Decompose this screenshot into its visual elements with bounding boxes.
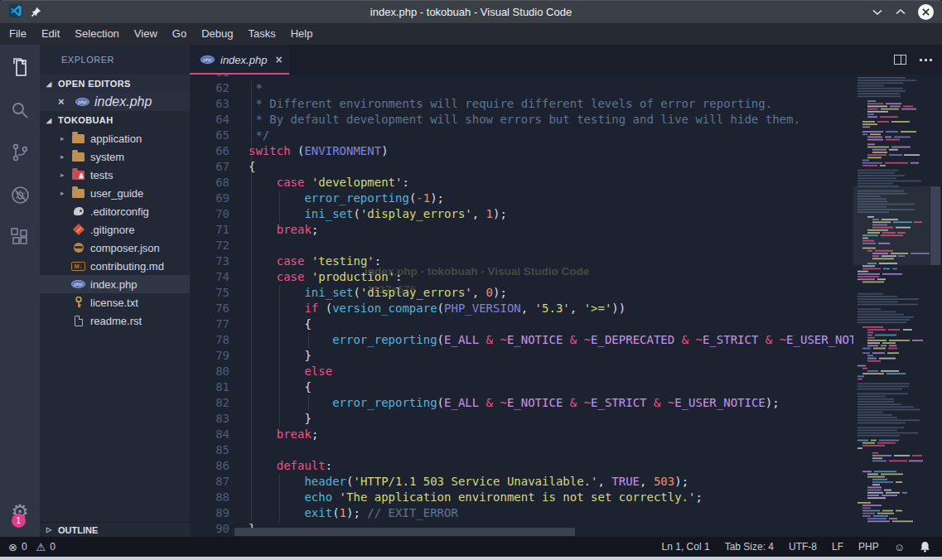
code-line-77[interactable]: 77 {	[190, 316, 853, 332]
eol-type[interactable]: LF	[832, 541, 843, 553]
indent-guide	[308, 395, 309, 412]
code-line-88[interactable]: 88 echo 'The application environment is …	[190, 490, 853, 505]
minimap[interactable]	[853, 75, 942, 537]
maximize-button[interactable]	[895, 8, 906, 16]
code-line-83[interactable]: 83 }	[190, 411, 853, 427]
code-line-89[interactable]: 89 exit(1); // EXIT_ERROR	[190, 505, 853, 521]
search-icon[interactable]	[0, 91, 40, 129]
indent-guide	[279, 285, 280, 427]
feedback-smiley-icon[interactable]: ☺	[894, 541, 905, 553]
extensions-icon[interactable]	[0, 218, 40, 256]
menu-item-selection[interactable]: Selection	[67, 23, 126, 45]
tab-close-icon[interactable]: ×	[275, 53, 282, 66]
explorer-icon[interactable]	[0, 49, 40, 87]
menu-item-help[interactable]: Help	[283, 23, 321, 45]
tree-item-contributing-md[interactable]: ▸M↓contributing.md	[40, 257, 190, 275]
tree-item-gitignore[interactable]: ▸.gitignore	[40, 220, 190, 239]
open-editors-header[interactable]: ◢ OPEN EDITORS	[40, 75, 190, 93]
line-number: 84	[190, 427, 249, 442]
tree-item-readme-rst[interactable]: ▸readme.rst	[40, 311, 190, 330]
code-text: case 'testing':	[249, 253, 381, 269]
code-line-81[interactable]: 81 {	[190, 379, 853, 395]
close-button[interactable]	[918, 4, 934, 20]
status-bar: ⊗ 0 ⚠ 0 Ln 1, Col 1 Tab Size: 4 UTF-8 LF…	[0, 537, 942, 557]
code-line-73[interactable]: 73 case 'testing':	[190, 253, 853, 269]
menu-item-go[interactable]: Go	[165, 23, 194, 45]
line-number: 81	[190, 379, 249, 395]
code-line-68[interactable]: 68 case 'development':	[190, 175, 853, 191]
tree-item-system[interactable]: ▸system	[40, 147, 190, 166]
line-number: 78	[190, 332, 249, 348]
outline-header[interactable]: ▷ OUTLINE	[40, 522, 190, 537]
minimap-viewport[interactable]	[853, 186, 930, 265]
code-line-63[interactable]: 63 * Different environments will require…	[190, 96, 853, 112]
code-line-80[interactable]: 80 else	[190, 364, 853, 379]
code-line-74[interactable]: 74 case 'production':	[190, 269, 853, 285]
menu-item-edit[interactable]: Edit	[34, 23, 67, 45]
tree-item-editorconfig[interactable]: ▸.editorconfig	[40, 202, 190, 220]
folder-icon	[71, 189, 85, 198]
encoding[interactable]: UTF-8	[789, 541, 817, 553]
line-number: 82	[190, 395, 249, 411]
tree-item-license-txt[interactable]: ▸license.txt	[40, 293, 190, 311]
split-editor-icon[interactable]	[894, 55, 906, 65]
notifications-bell-icon[interactable]	[920, 541, 930, 553]
language-mode[interactable]: PHP	[858, 541, 879, 553]
tab-label: index.php	[220, 54, 267, 66]
code-line-85[interactable]: 85	[190, 442, 853, 458]
more-actions-icon[interactable]	[920, 59, 932, 61]
tree-item-index-php[interactable]: ▸phpindex.php	[40, 275, 190, 293]
code-line-69[interactable]: 69 error_reporting(-1);	[190, 191, 853, 206]
errors-icon[interactable]: ⊗	[8, 541, 17, 553]
code-line-61[interactable]: 61 *	[190, 75, 853, 80]
code-line-76[interactable]: 76 if (version_compare(PHP_VERSION, '5.3…	[190, 301, 853, 316]
section-twistie-icon: ◢	[46, 80, 55, 88]
code-line-78[interactable]: 78 error_reporting(E_ALL & ~E_NOTICE & ~…	[190, 332, 853, 348]
code-line-72[interactable]: 72	[190, 238, 853, 253]
section-twistie-icon: ◢	[46, 117, 55, 124]
code-line-70[interactable]: 70 ini_set('display_errors', 1);	[190, 206, 853, 222]
settings-gear-icon[interactable]: ⚙ 1	[11, 502, 29, 522]
menu-item-debug[interactable]: Debug	[194, 23, 240, 45]
code-line-67[interactable]: 67{	[190, 159, 853, 175]
editor-group: php index.php × 61 *62 *63 * Different e…	[190, 45, 942, 537]
code-text: *	[249, 75, 263, 80]
warnings-icon[interactable]: ⚠	[36, 541, 46, 553]
source-control-icon[interactable]	[0, 133, 40, 171]
project-header[interactable]: ◢ TOKOBUAH	[40, 111, 190, 129]
minimize-button[interactable]	[872, 8, 883, 16]
code-line-66[interactable]: 66switch (ENVIRONMENT)	[190, 143, 853, 159]
code-line-62[interactable]: 62 *	[190, 80, 853, 96]
code-line-79[interactable]: 79 }	[190, 348, 853, 364]
vertical-scrollbar[interactable]	[930, 186, 940, 265]
tree-item-composer-json[interactable]: ▸composer.json	[40, 239, 190, 257]
tree-item-tests[interactable]: ▸tests	[40, 166, 190, 184]
code-line-82[interactable]: 82 error_reporting(E_ALL & ~E_NOTICE & ~…	[190, 395, 853, 411]
warnings-count[interactable]: 0	[50, 541, 56, 553]
code-line-84[interactable]: 84 break;	[190, 427, 853, 442]
chevron-right-icon: ▸	[60, 171, 69, 179]
code-line-71[interactable]: 71 break;	[190, 222, 853, 238]
errors-count[interactable]: 0	[22, 541, 27, 553]
code-line-86[interactable]: 86 default:	[190, 458, 853, 474]
horizontal-scrollbar[interactable]	[234, 528, 575, 536]
code-editor[interactable]: 61 *62 *63 * Different environments will…	[190, 75, 853, 537]
tab-index-php[interactable]: php index.php ×	[190, 45, 289, 75]
tree-item-user-guide[interactable]: ▸user_guide	[40, 184, 190, 202]
code-line-65[interactable]: 65 */	[190, 128, 853, 143]
menu-item-tasks[interactable]: Tasks	[240, 23, 283, 45]
pin-icon[interactable]	[31, 7, 41, 17]
code-line-87[interactable]: 87 header('HTTP/1.1 503 Service Unavaila…	[190, 474, 853, 490]
tab-size[interactable]: Tab Size: 4	[725, 541, 774, 553]
menu-item-file[interactable]: File	[2, 23, 34, 45]
code-line-64[interactable]: 64 * By default development will show er…	[190, 112, 853, 128]
menu-item-view[interactable]: View	[127, 23, 165, 45]
code-line-75[interactable]: 75 ini_set('display_errors', 0);	[190, 285, 853, 301]
close-editor-icon[interactable]: ×	[58, 97, 68, 107]
line-number: 67	[190, 159, 249, 175]
cursor-position[interactable]: Ln 1, Col 1	[662, 541, 710, 553]
open-editor-item[interactable]: × php index.php	[40, 93, 190, 111]
tree-item-application[interactable]: ▸application	[40, 129, 190, 147]
debug-icon[interactable]	[0, 176, 40, 214]
line-number: 83	[190, 411, 249, 427]
